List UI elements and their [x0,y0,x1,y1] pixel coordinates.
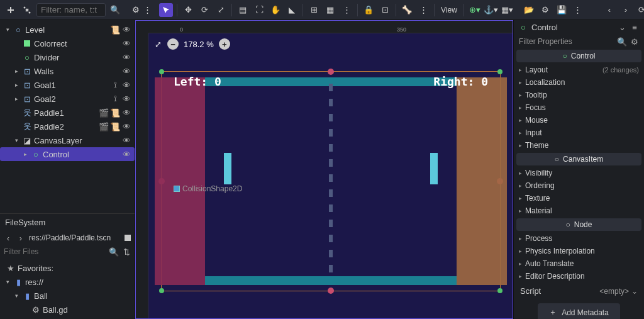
skeleton-options-button[interactable]: ⋮ [416,3,430,17]
smart-snap-button[interactable]: ⊞ [307,3,321,17]
expand-chevron-icon[interactable]: ▾ [13,137,20,143]
inspector-settings-icon[interactable]: ⚙ [630,37,639,46]
property-material[interactable]: ▸Material [514,204,644,217]
add-node-button[interactable] [4,3,18,17]
property-process[interactable]: ▸Process [514,232,644,245]
tree-node-divider[interactable]: ○Divider👁 [0,50,135,64]
grid-snap-button[interactable]: ▦ [323,3,337,17]
fs-node-res[interactable]: ▾▮res:// [0,275,135,289]
property-visibility[interactable]: ▸Visibility [514,167,644,179]
visibility-icon[interactable]: 👁 [122,94,131,103]
favorites-row[interactable]: ★Favorites: [0,261,135,275]
zoom-fit-icon[interactable]: ⤢ [153,40,162,48]
property-editor-description[interactable]: ▸Editor Description [514,270,644,283]
load-resource-button[interactable]: 📂 [522,3,536,17]
tree-node-control[interactable]: ▸○Control👁 [0,147,135,161]
script-icon[interactable]: 📜 [111,108,119,117]
property-input[interactable]: ▸Input [514,126,644,139]
visibility-icon[interactable]: 👁 [122,150,131,159]
property-focus[interactable]: ▸Focus [514,101,644,114]
pivot-tool-button[interactable]: ⛶ [252,3,266,17]
property-ordering[interactable]: ▸Ordering [514,179,644,192]
fs-back-button[interactable]: ‹ [4,233,13,242]
tree-node-paddle2[interactable]: 웃Paddle2🎬📜👁 [0,120,135,133]
zoom-out-button[interactable]: − [167,38,179,50]
script-icon[interactable]: 📜 [111,122,119,131]
property-auto-translate[interactable]: ▸Auto Translate [514,257,644,270]
property-mouse[interactable]: ▸Mouse [514,114,644,126]
rotate-tool-button[interactable]: ⟳ [197,3,211,17]
node-dock-settings-button[interactable]: ⚙ [538,3,552,17]
visibility-icon[interactable]: 👁 [122,81,131,89]
visibility-icon[interactable]: 👁 [122,108,131,117]
property-texture[interactable]: ▸Texture [514,192,644,204]
add-node-viewport-button[interactable]: ⊕▾ [468,3,482,17]
add-metadata-button[interactable]: ＋ Add Metadata [538,303,620,319]
doc-link-icon[interactable]: ≡ [630,23,639,32]
scene-tree[interactable]: ▾○Level📜👁Colorrect👁○Divider👁▸⊡Walls👁▸⊡Go… [0,20,135,213]
visibility-icon[interactable]: 👁 [122,122,131,131]
select-tool-button[interactable] [159,3,173,17]
tree-node-canvaslayer[interactable]: ▾◪CanvasLayer👁 [0,133,135,147]
visibility-icon[interactable]: 👁 [122,25,131,34]
property-layout[interactable]: ▸Layout(2 changes) [514,64,644,76]
section-header-canvasitem[interactable]: ○CanvasItem [516,153,641,165]
expand-chevron-icon[interactable]: ▸ [13,68,20,74]
tree-node-walls[interactable]: ▸⊡Walls👁 [0,64,135,78]
expand-chevron-icon[interactable]: ▾ [4,26,11,33]
ruler-tool-button[interactable]: ◣ [285,3,299,17]
snap-options-button[interactable]: ⋮ [340,3,353,17]
signal-icon[interactable]: ⟟ [111,81,119,89]
visibility-icon[interactable]: 👁 [122,67,131,76]
bone-tool-button[interactable]: 🦴 [400,3,414,17]
script-icon[interactable]: 📜 [111,25,119,34]
grid-options-button[interactable]: ▦▾ [501,3,514,17]
fs-node-ballgd[interactable]: ⚙Ball.gd [0,303,135,316]
filesystem-tree[interactable]: ★Favorites:▾▮res://▾▮Ball⚙Ball.gd [0,259,135,319]
inspector-more-button[interactable]: ⋮ [571,3,585,17]
property-physics-interpolation[interactable]: ▸Physics Interpolation [514,245,644,257]
list-select-button[interactable]: ▤ [236,3,250,17]
signal-icon[interactable]: ⟟ [111,94,119,103]
property-theme[interactable]: ▸Theme [514,139,644,152]
inspector-search-icon[interactable]: 🔍 [618,37,626,46]
fs-node-ball[interactable]: ▾▮Ball [0,289,135,303]
section-header-control[interactable]: ○Control [516,50,641,62]
fs-sort-icon[interactable]: ⇅ [122,247,131,256]
anchor-preset-button[interactable]: ⚓▾ [484,3,498,17]
zoom-level-label[interactable]: 178.2 % [184,40,214,49]
script-property-value[interactable]: <empty> ⌄ [599,287,638,296]
view-menu-button[interactable]: View [438,6,460,14]
scene-filter-input[interactable] [36,3,106,17]
group-button[interactable]: ⊡ [378,3,392,17]
visibility-icon[interactable]: 👁 [122,136,131,145]
clapper-icon[interactable]: 🎬 [99,108,108,117]
history-menu-button[interactable]: ⟳ [635,3,644,17]
clapper-icon[interactable]: 🎬 [99,122,108,131]
fs-forward-button[interactable]: › [16,233,25,242]
tree-node-goal1[interactable]: ▸⊡Goal1⟟👁 [0,78,135,92]
move-tool-button[interactable]: ✥ [181,3,195,17]
expand-chevron-icon[interactable]: ▾ [13,293,20,299]
object-dropdown-icon[interactable]: ⌄ [618,23,626,32]
visibility-icon[interactable]: 👁 [122,53,131,62]
scale-tool-button[interactable]: ⤢ [214,3,228,17]
tree-node-colorrect[interactable]: Colorrect👁 [0,36,135,50]
fs-view-toggle[interactable] [125,235,131,241]
section-header-node[interactable]: ○Node [516,218,641,231]
fs-path[interactable]: res://Paddle/Paddle.tscn [29,233,121,242]
fs-search-icon[interactable]: 🔍 [109,247,118,256]
history-back-button[interactable]: ‹ [602,3,616,17]
property-localization[interactable]: ▸Localization [514,76,644,89]
tree-node-goal2[interactable]: ▸⊡Goal2⟟👁 [0,92,135,106]
history-forward-button[interactable]: › [619,3,633,17]
instance-scene-button[interactable] [20,3,34,17]
tree-node-level[interactable]: ▾○Level📜👁 [0,23,135,36]
tree-node-paddle1[interactable]: 웃Paddle1🎬📜👁 [0,106,135,120]
node-config-icon[interactable]: ⚙ [132,3,140,17]
save-resource-button[interactable]: 💾 [555,3,569,17]
property-tooltip[interactable]: ▸Tooltip [514,89,644,101]
viewport[interactable]: 0 350 ⤢ − 178.2 % + [135,20,513,319]
pan-tool-button[interactable]: ✋ [269,3,282,17]
expand-chevron-icon[interactable]: ▸ [21,151,29,157]
